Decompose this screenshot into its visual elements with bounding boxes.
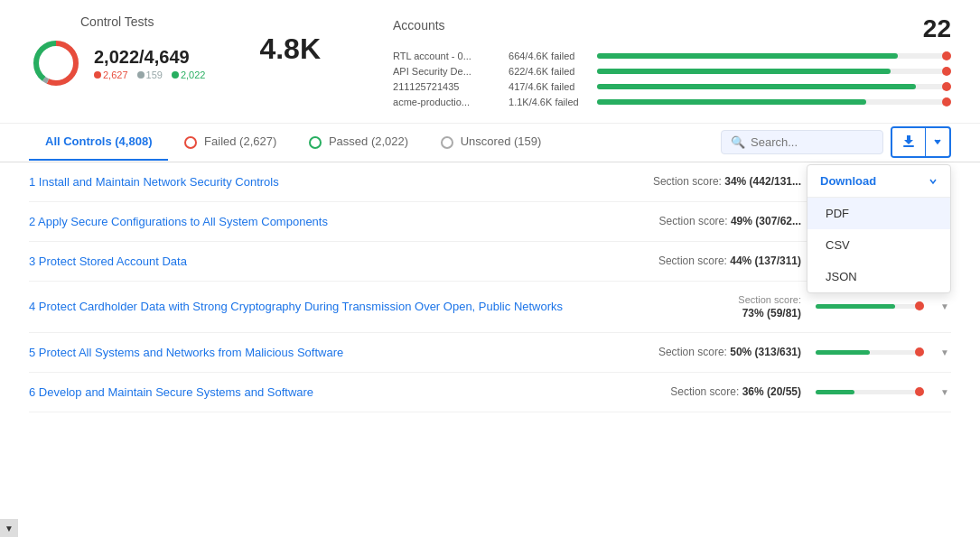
- control-tests-block: Control Tests 2,022/4,649 2,: [29, 14, 205, 90]
- control-tests-fraction: 2,022/4,649: [94, 47, 205, 68]
- account-rows: RTL account - 0... 664/4.6K failed API S…: [393, 51, 951, 107]
- top-stats-bar: Control Tests 2,022/4,649 2,: [0, 0, 980, 124]
- search-box[interactable]: 🔍: [721, 130, 883, 154]
- control-name: 3 Protect Stored Account Data: [29, 255, 644, 268]
- score-text: Section score: 49% (307/62...: [659, 215, 801, 227]
- unscored-icon: [441, 136, 453, 149]
- control-link[interactable]: 4 Protect Cardholder Data with Strong Cr…: [29, 300, 510, 313]
- pdf-label: PDF: [826, 207, 849, 220]
- accounts-count: 22: [923, 14, 951, 43]
- dropdown-header: Download: [807, 165, 950, 198]
- control-tests-info: 2,022/4,649 2,627 159 2,022: [94, 47, 205, 80]
- score-text: Section score: 50% (313/631): [658, 346, 801, 358]
- download-chevron[interactable]: [926, 130, 949, 154]
- tab-all-controls[interactable]: All Controls (4,808): [29, 124, 168, 161]
- accounts-block: Accounts 22 RTL account - 0... 664/4.6K …: [393, 14, 951, 112]
- download-dropdown: Download PDF CSV JSON: [807, 164, 951, 293]
- control-name: 1 Install and Maintain Network Security …: [29, 175, 639, 189]
- table-row: 6 Develop and Maintain Secure Systems an…: [29, 373, 951, 412]
- search-input[interactable]: [751, 135, 873, 149]
- dropdown-csv[interactable]: CSV: [807, 229, 950, 261]
- account-score: 664/4.6K failed: [509, 51, 590, 61]
- control-name: 2 Apply Secure Configurations to All Sys…: [29, 215, 645, 228]
- account-score: 1.1K/4.6K failed: [509, 97, 590, 107]
- accounts-label: Accounts: [393, 18, 445, 32]
- control-link[interactable]: 5 Protect All Systems and Networks from …: [29, 346, 343, 359]
- search-icon: 🔍: [731, 135, 745, 149]
- account-row: RTL account - 0... 664/4.6K failed: [393, 51, 951, 61]
- control-name: 4 Protect Cardholder Data with Strong Cr…: [29, 300, 705, 313]
- dropdown-json[interactable]: JSON: [807, 261, 950, 292]
- control-link[interactable]: 3 Protect Stored Account Data: [29, 255, 187, 268]
- score-value: 73% (59/81): [742, 307, 801, 319]
- row-chevron-icon[interactable]: ▼: [938, 347, 951, 357]
- dropdown-download-label: Download: [820, 174, 876, 188]
- failed-count: 2,627: [94, 69, 128, 80]
- tabs-bar: All Controls (4,808) Failed (2,627) Pass…: [0, 124, 980, 162]
- passed-count: 2,022: [172, 69, 206, 80]
- account-score: 417/4.6K failed: [509, 81, 590, 92]
- row-progress: [816, 390, 924, 394]
- donut-chart: [29, 36, 83, 90]
- svg-rect-4: [903, 145, 914, 147]
- failed-icon: [184, 136, 197, 149]
- account-name: acme-productio...: [393, 97, 501, 107]
- control-name: 6 Develop and Maintain Secure Systems an…: [29, 385, 656, 399]
- total-stat-block: 4.8K: [259, 14, 321, 66]
- account-name: RTL account - 0...: [393, 51, 501, 61]
- control-link[interactable]: 2 Apply Secure Configurations to All Sys…: [29, 215, 328, 228]
- score-text: Section score: 36% (20/55): [670, 385, 801, 398]
- control-link-line2[interactable]: Networks: [514, 300, 563, 313]
- scroll-indicator: ▼: [0, 519, 18, 537]
- dropdown-chevron-icon: [929, 177, 938, 186]
- json-label: JSON: [826, 270, 857, 283]
- download-icon[interactable]: [892, 128, 926, 156]
- tab-failed[interactable]: Failed (2,627): [168, 124, 293, 162]
- passed-icon: [309, 136, 322, 149]
- tab-unscored[interactable]: Unscored (159): [425, 124, 557, 162]
- row-chevron-icon[interactable]: ▼: [938, 387, 951, 397]
- account-progress-bar: [597, 99, 951, 105]
- dropdown-pdf[interactable]: PDF: [807, 198, 950, 229]
- row-chevron-icon[interactable]: ▼: [938, 301, 951, 311]
- tabs-right: 🔍 Download: [721, 126, 951, 158]
- account-progress-bar: [597, 69, 951, 74]
- account-name: API Security De...: [393, 66, 501, 77]
- csv-label: CSV: [826, 238, 850, 252]
- score-label: Section score:: [738, 294, 801, 305]
- control-tests-label: Control Tests: [80, 14, 154, 29]
- control-link[interactable]: 6 Develop and Maintain Secure Systems an…: [29, 385, 313, 399]
- control-link[interactable]: 1 Install and Maintain Network Security …: [29, 175, 279, 189]
- tab-passed[interactable]: Passed (2,022): [293, 124, 425, 162]
- account-row: 211125721435 417/4.6K failed: [393, 81, 951, 92]
- table-row: 5 Protect All Systems and Networks from …: [29, 333, 951, 373]
- row-progress: [816, 350, 924, 355]
- account-name: 211125721435: [393, 81, 501, 92]
- account-progress-bar: [597, 84, 951, 89]
- account-score: 622/4.6K failed: [509, 66, 590, 77]
- download-button[interactable]: [891, 126, 951, 158]
- scored-count: 159: [137, 69, 163, 80]
- account-row: acme-productio... 1.1K/4.6K failed: [393, 97, 951, 107]
- row-progress: [816, 304, 924, 309]
- score-text: Section score: 44% (137/311): [658, 255, 801, 267]
- score-text: Section score: 34% (442/131...: [653, 175, 801, 188]
- account-row: API Security De... 622/4.6K failed: [393, 66, 951, 77]
- account-progress-bar: [597, 53, 951, 59]
- control-name: 5 Protect All Systems and Networks from …: [29, 346, 644, 359]
